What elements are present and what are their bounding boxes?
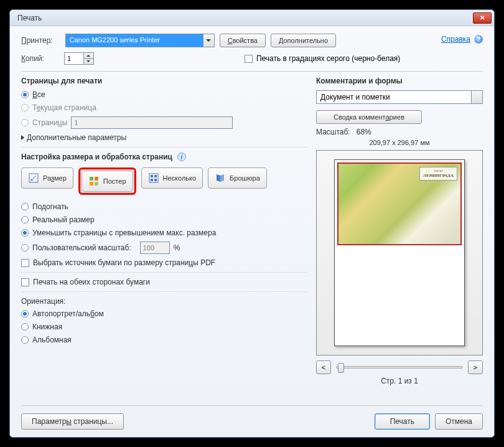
- percent-label: %: [174, 243, 180, 252]
- svg-rect-7: [154, 175, 157, 177]
- printer-selected-value: Canon MG2200 series Printer: [66, 34, 203, 47]
- radio-portrait[interactable]: [21, 323, 29, 331]
- radio-auto[interactable]: [21, 310, 29, 318]
- copies-spinner: [64, 52, 94, 65]
- actual-label: Реальный размер: [32, 215, 95, 224]
- pages-current-option[interactable]: Текущая страница: [21, 103, 307, 112]
- custom-scale-input[interactable]: [140, 242, 170, 254]
- radio-actual[interactable]: [21, 216, 29, 224]
- pages-more-expander[interactable]: Дополнительные параметры: [21, 133, 307, 142]
- print-dialog: Печать ✕ Принтер: Canon MG2200 series Pr…: [9, 9, 495, 438]
- paper-dimensions: 209,97 x 296,97 мм: [316, 139, 483, 146]
- orientation-portrait-option[interactable]: Книжная: [21, 322, 307, 331]
- print-preview: ПЛАН ЛЕНИНГРАДА: [316, 150, 483, 355]
- cancel-button[interactable]: Отмена: [435, 413, 483, 430]
- duplex-option[interactable]: Печать на обеих сторонах бумаги: [21, 278, 307, 286]
- orientation-landscape-option[interactable]: Альбомная: [21, 336, 307, 344]
- comments-summary-button[interactable]: Сводка комментариев: [316, 110, 422, 124]
- advanced-button[interactable]: Дополнительно: [271, 34, 336, 47]
- scale-label: Масштаб:: [316, 128, 350, 136]
- page-counter-label: Стр. 1 из 1: [316, 377, 483, 385]
- mode-poster-button[interactable]: Постер: [82, 171, 133, 192]
- grayscale-option: Печать в градациях серого (черно-белая): [245, 54, 400, 63]
- expand-arrow-icon: [21, 135, 24, 140]
- pages-section-title: Страницы для печати: [21, 77, 307, 85]
- paper-source-label: Выбрать источник бумаги по размеру стран…: [33, 258, 215, 267]
- duplex-checkbox[interactable]: [21, 278, 29, 286]
- slider-thumb[interactable]: [338, 363, 344, 373]
- fit-option[interactable]: Подогнать: [21, 202, 307, 211]
- radio-shrink[interactable]: [21, 229, 29, 237]
- right-column: Комментарии и формы Документ и пометки С…: [316, 77, 483, 399]
- scale-row: Масштаб: 68%: [316, 128, 483, 136]
- multiple-icon: [148, 172, 159, 184]
- size-icon: [28, 172, 39, 184]
- custom-scale-option[interactable]: Пользовательский масштаб: %: [21, 242, 307, 254]
- dialog-content: Принтер: Canon MG2200 series Printer Сво…: [10, 26, 494, 437]
- comments-select[interactable]: Документ и пометки: [316, 90, 483, 104]
- printer-label: Принтер:: [21, 36, 53, 45]
- radio-custom[interactable]: [21, 244, 29, 252]
- page-slider[interactable]: [336, 366, 463, 369]
- scale-value: 68%: [357, 128, 371, 136]
- shrink-label: Уменьшить страницы с превышением макс. р…: [32, 228, 216, 237]
- pages-range-input[interactable]: [71, 116, 233, 129]
- svg-rect-2: [95, 177, 98, 181]
- orientation-portrait-label: Книжная: [32, 322, 62, 331]
- pages-all-option[interactable]: Все: [21, 90, 307, 99]
- copies-down-button[interactable]: [84, 59, 93, 65]
- help-wrap: Справка ?: [441, 35, 483, 44]
- poster-highlight: Постер: [78, 167, 136, 195]
- duplex-label: Печать на обеих сторонах бумаги: [33, 278, 150, 286]
- mode-size-label: Размер: [43, 174, 67, 182]
- mode-size-button[interactable]: Размер: [21, 167, 73, 189]
- grayscale-checkbox[interactable]: [245, 55, 253, 63]
- info-icon[interactable]: i: [177, 153, 186, 161]
- radio-landscape[interactable]: [21, 336, 29, 344]
- radio-range[interactable]: [21, 119, 29, 126]
- properties-button[interactable]: Свойства: [220, 34, 266, 47]
- orientation-landscape-label: Альбомная: [32, 336, 72, 344]
- svg-rect-8: [151, 179, 153, 181]
- page-setup-button[interactable]: Параметры страницы...: [21, 413, 124, 430]
- actual-option[interactable]: Реальный размер: [21, 215, 307, 224]
- orientation-auto-label: Автопортрет/альбом: [32, 309, 104, 318]
- svg-rect-4: [95, 182, 98, 186]
- fit-label: Подогнать: [32, 202, 68, 211]
- pages-all-label: Все: [32, 90, 45, 99]
- comments-title: Комментарии и формы: [316, 77, 483, 85]
- svg-rect-3: [90, 182, 93, 186]
- radio-current[interactable]: [21, 104, 29, 111]
- mode-buttons-row: Размер Постер Не: [21, 167, 307, 195]
- close-button[interactable]: ✕: [473, 12, 492, 24]
- help-icon[interactable]: ?: [474, 35, 483, 44]
- radio-all[interactable]: [21, 91, 29, 98]
- poster-icon: [88, 176, 100, 187]
- copies-label: Копий:: [21, 54, 44, 63]
- pages-current-label: Текущая страница: [32, 103, 96, 112]
- left-column: Страницы для печати Все Текущая страница…: [21, 77, 307, 399]
- pages-range-option[interactable]: Страницы: [21, 116, 307, 129]
- mode-booklet-label: Брошюра: [230, 174, 260, 182]
- paper-source-option[interactable]: Выбрать источник бумаги по размеру стран…: [21, 258, 307, 267]
- map-title-stamp: ПЛАН ЛЕНИНГРАДА: [419, 167, 457, 181]
- shrink-option[interactable]: Уменьшить страницы с превышением макс. р…: [21, 228, 307, 237]
- page-next-button[interactable]: >: [468, 360, 483, 374]
- radio-fit[interactable]: [21, 203, 29, 210]
- booklet-icon: [215, 172, 226, 184]
- orientation-auto-option[interactable]: Автопортрет/альбом: [21, 309, 307, 318]
- mode-multiple-button[interactable]: Несколько: [141, 167, 203, 189]
- help-link[interactable]: Справка: [441, 35, 470, 44]
- printer-select[interactable]: Canon MG2200 series Printer: [65, 34, 215, 47]
- pager-row: < >: [316, 360, 483, 374]
- svg-rect-1: [90, 177, 93, 181]
- page-prev-button[interactable]: <: [316, 360, 331, 374]
- mode-booklet-button[interactable]: Брошюра: [208, 167, 267, 189]
- preview-page: ПЛАН ЛЕНИНГРАДА: [334, 159, 465, 346]
- copies-up-button[interactable]: [84, 53, 93, 59]
- paper-source-checkbox[interactable]: [21, 259, 29, 267]
- copies-input[interactable]: [64, 52, 84, 65]
- grayscale-label: Печать в градациях серого (черно-белая): [256, 54, 400, 63]
- dropdown-arrow-icon: [203, 34, 214, 47]
- print-button[interactable]: Печать: [375, 413, 430, 430]
